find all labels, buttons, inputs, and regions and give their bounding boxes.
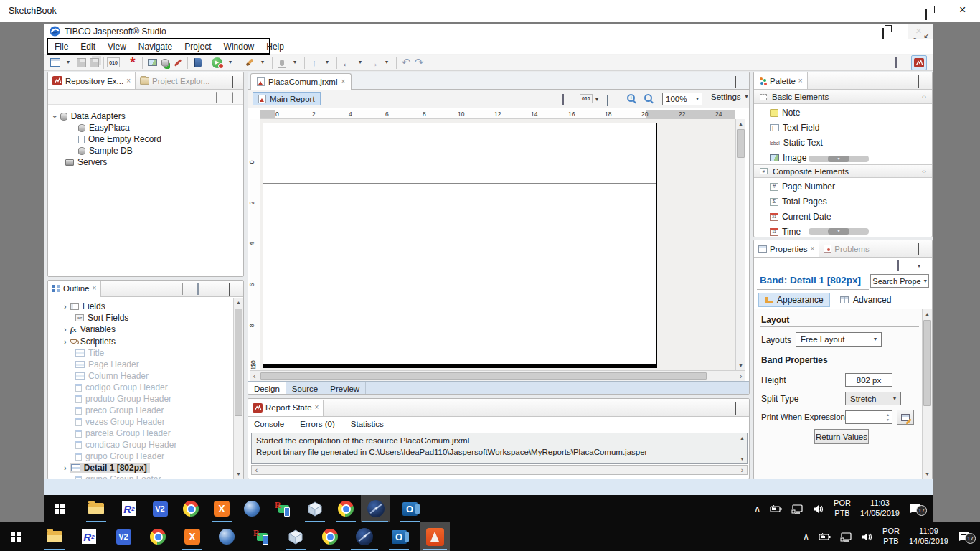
search-properties-button[interactable]: Search Prope▾ (870, 274, 929, 288)
palette-item-page-number[interactable]: #Page Number (770, 181, 835, 192)
spin-down-icon[interactable]: ▼ (886, 418, 890, 422)
layouts-select[interactable]: Free Layout▾ (796, 332, 882, 347)
close-icon[interactable]: × (798, 77, 803, 85)
tab-report-state[interactable]: Report State × (248, 400, 324, 416)
last-edit-icon[interactable]: ↶ (400, 55, 413, 70)
outline-item-variables[interactable]: ›fxVariables (64, 324, 116, 335)
new-report-wizard-icon[interactable] (49, 55, 62, 70)
cube-app-icon[interactable] (285, 526, 306, 547)
palette-item-note[interactable]: Note (770, 107, 800, 118)
pin-icon[interactable]: ‹› (922, 93, 926, 100)
palette-item-static-text[interactable]: labelStatic Text (770, 137, 823, 149)
outline-item-produto-group-header[interactable]: produto Group Header (75, 393, 171, 405)
network-icon[interactable] (840, 532, 852, 542)
print-when-expression-input[interactable]: ▲ ▼ (845, 410, 892, 424)
scroll-up-icon[interactable]: ▲ (923, 309, 932, 319)
outlook-icon[interactable]: O (388, 526, 410, 547)
editor-maximize-icon[interactable] (735, 77, 736, 88)
tab-project-explorer[interactable]: Project Explor... (136, 72, 215, 89)
battery-icon[interactable] (770, 504, 782, 513)
subtab-statistics[interactable]: Statistics (351, 420, 384, 428)
scroll-down-icon[interactable]: ▼ (234, 469, 243, 479)
close-icon[interactable]: × (92, 285, 96, 292)
zoom-level-select[interactable]: 100%▾ (662, 93, 702, 105)
properties-scrollbar[interactable]: ▲ ▼ (922, 309, 932, 479)
view-menu-icon[interactable]: ▾ (918, 263, 920, 269)
menu-edit[interactable]: Edit (80, 42, 95, 52)
ruler-origin-marker[interactable] (260, 110, 275, 118)
editor-horizontal-scrollbar[interactable]: ‹ › (250, 370, 745, 381)
editor-vertical-scrollbar[interactable]: ▲ ▼ (735, 119, 745, 370)
outline-table-icon[interactable] (197, 284, 199, 294)
report-perspective-icon[interactable] (911, 55, 927, 70)
sphere-app-icon[interactable] (241, 498, 263, 519)
expression-editor-button[interactable] (897, 410, 914, 425)
outline-item-scriptlets[interactable]: ›Scriptlets (64, 336, 116, 347)
tab-design[interactable]: Design (248, 382, 286, 395)
scroll-up-icon[interactable]: ▲ (736, 119, 745, 128)
tab-palette[interactable]: Palette × (754, 72, 808, 89)
panel-maximize-icon[interactable] (232, 77, 233, 88)
language-indicator[interactable]: PORPTB (882, 527, 900, 547)
tray-chevron-icon[interactable]: ∧ (803, 532, 809, 542)
show-bands-icon[interactable] (562, 95, 564, 105)
tab-problems[interactable]: Problems (819, 240, 874, 257)
outline-scrollbar[interactable]: ▲ ▼ (233, 298, 243, 479)
panel-maximize-icon[interactable] (229, 285, 230, 295)
forward-icon[interactable]: → (367, 55, 380, 70)
scroll-down-icon[interactable]: ▼ (736, 361, 745, 370)
scroll-left-icon[interactable]: ‹ (252, 466, 261, 475)
link-with-editor-icon[interactable] (182, 284, 183, 294)
menu-help[interactable]: Help (266, 42, 284, 52)
binary-010-icon[interactable]: 010 (107, 57, 120, 67)
export-image-icon[interactable] (607, 95, 608, 105)
scroll-up-icon[interactable]: ▲ (738, 433, 747, 443)
palette-section-basic[interactable]: Basic Elements ‹› (754, 90, 932, 104)
clock-date[interactable]: 11:0314/05/2019 (860, 499, 900, 519)
settings-button[interactable]: Settings▾ (711, 93, 748, 101)
import-adapter-icon[interactable] (232, 93, 233, 103)
microphone-icon[interactable] (275, 55, 288, 70)
image-wizard-icon[interactable] (146, 55, 159, 70)
tab-preview[interactable]: Preview (324, 382, 366, 395)
r2-app-icon[interactable]: R2 (118, 498, 140, 519)
sketchbook-restore-button[interactable] (925, 9, 927, 19)
style-brush-icon[interactable] (243, 55, 256, 70)
scroll-up-icon[interactable]: ▲ (234, 298, 243, 307)
palette-item-image[interactable]: Image (770, 152, 806, 164)
subtab-errors[interactable]: Errors (0) (300, 420, 335, 428)
outlook-icon[interactable]: O (399, 498, 420, 519)
screen-share-app-icon[interactable]: R (272, 498, 293, 519)
compile-report-icon[interactable]: * (126, 55, 139, 70)
source-010-icon[interactable]: 010 (580, 94, 593, 103)
report-page[interactable] (263, 123, 657, 368)
scroll-down-icon[interactable]: ▼ (923, 469, 932, 479)
notification-center-icon[interactable]: 17 (909, 504, 921, 514)
edit-query-icon[interactable] (171, 55, 184, 70)
breadcrumb-main-report[interactable]: Main Report (253, 92, 321, 105)
chrome-icon-2[interactable] (335, 498, 357, 519)
outline-item-fields[interactable]: ›Fields (64, 301, 105, 312)
outline-item-grupo-group-header[interactable]: grupo Group Header (75, 451, 164, 462)
menu-navigate[interactable]: Navigate (138, 42, 172, 52)
v2-app-icon[interactable]: V2 (149, 498, 171, 519)
tab-source[interactable]: Source (286, 382, 324, 395)
chrome-icon[interactable] (180, 498, 202, 519)
start-button[interactable] (7, 526, 29, 547)
back-icon[interactable]: ← (340, 55, 354, 70)
jump-dropdown-icon[interactable]: ▾ (321, 55, 334, 70)
palette-item-current-date[interactable]: 31Current Date (770, 211, 831, 222)
back-dropdown-icon[interactable]: ▾ (354, 55, 367, 70)
chrome-icon-2[interactable] (319, 526, 341, 547)
outline-item-vezes-group-header[interactable]: vezes Group Header (75, 416, 165, 428)
outline-item-title[interactable]: Title (75, 347, 104, 359)
menu-project[interactable]: Project (184, 42, 211, 52)
new-property-icon[interactable] (897, 260, 899, 270)
tab-placacomum-jrxml[interactable]: PlacaComum.jrxml × (250, 73, 352, 90)
zoom-out-icon[interactable]: − (644, 94, 652, 102)
menu-view[interactable]: View (108, 42, 126, 52)
tab-repository-explorer[interactable]: Repository Ex... × (48, 72, 136, 89)
panel-maximize-icon[interactable] (918, 245, 919, 255)
save-icon[interactable] (75, 55, 88, 70)
palette-scroll-bar[interactable]: ▾ (809, 156, 869, 162)
